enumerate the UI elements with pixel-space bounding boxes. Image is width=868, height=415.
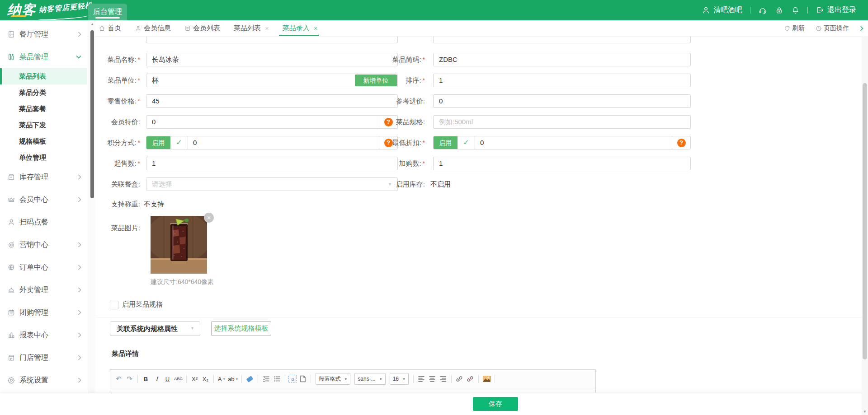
close-tab-icon[interactable]: × (314, 24, 318, 32)
scrollbar-thumb[interactable] (90, 30, 94, 198)
caret-down-icon: ▼ (190, 322, 194, 336)
dish-image-thumbnail[interactable] (151, 216, 207, 274)
sidebar-item-settings[interactable]: 系统设置 (0, 369, 87, 392)
dish-spec-label: 菜品规格: (348, 115, 425, 129)
sidebar-item-member-center[interactable]: 会员中心 (0, 188, 87, 211)
sidebar-item-store-mgmt[interactable]: 门店管理 (0, 346, 87, 369)
sidebar-item-restaurant[interactable]: 餐厅管理 (0, 23, 87, 46)
dish-detail-editor[interactable]: ↶ ↷ B I U ABC X² X₂ A▼ ab▼ (110, 369, 596, 394)
weigh-support-value: 不支持 (144, 197, 164, 211)
clock-icon (816, 25, 822, 32)
tab-member-list[interactable]: 会员列表 (184, 20, 220, 36)
points-enable-button[interactable]: 启用 (146, 136, 170, 149)
align-center-icon[interactable] (428, 374, 437, 384)
sidebar-subitem-dish-combo[interactable]: 菜品套餐 (0, 101, 87, 117)
storefront-icon (7, 354, 15, 362)
scroll-up-icon[interactable]: ▲ (89, 22, 95, 26)
inventory-box-icon (7, 173, 15, 181)
undo-icon[interactable]: ↶ (114, 374, 123, 384)
points-check-icon[interactable]: ✓ (170, 136, 188, 149)
subscript-icon[interactable]: X₂ (201, 374, 210, 384)
min-discount-help-icon[interactable]: ? (677, 139, 686, 147)
enable-spec-checkbox[interactable] (110, 301, 118, 309)
superscript-icon[interactable]: X² (190, 374, 199, 384)
enable-spec-label: 启用菜品规格 (122, 299, 163, 310)
close-tab-icon[interactable]: × (265, 24, 269, 32)
align-left-icon[interactable] (417, 374, 426, 384)
remove-image-icon[interactable]: × (204, 213, 214, 223)
sidebar-subitem-dish-category[interactable]: 菜品分类 (0, 84, 87, 101)
align-right-icon[interactable] (439, 374, 448, 384)
tab-dish-entry[interactable]: 菜品录入 × (283, 20, 318, 36)
slogan-underline (38, 14, 89, 21)
sidebar-subitem-dish-dispatch[interactable]: 菜品下发 (0, 117, 87, 133)
add-qty-input[interactable]: 1 (433, 157, 691, 170)
font-color-icon[interactable]: A▼ (217, 374, 226, 384)
sidebar-subitem-dish-list[interactable]: 菜品列表 (0, 68, 87, 84)
link-icon[interactable] (455, 374, 464, 384)
italic-icon[interactable]: I (152, 374, 161, 384)
topnav-backend-tab[interactable]: 后台管理 (88, 4, 127, 20)
underline-icon[interactable]: U (163, 374, 172, 384)
bold-icon[interactable]: B (141, 374, 151, 384)
gear-icon (7, 376, 15, 384)
lock-icon[interactable] (775, 6, 783, 15)
sidebar-item-marketing[interactable]: 营销中心 (0, 233, 87, 256)
chevron-right-icon[interactable] (860, 26, 863, 31)
sidebar-item-dish-mgmt[interactable]: 菜品管理 (0, 46, 87, 68)
sidebar-item-order-center[interactable]: 订单中心 (0, 256, 87, 279)
font-family-select[interactable]: sans-...▼ (354, 373, 385, 385)
highlight-icon[interactable]: ab▼ (228, 374, 238, 384)
eraser-icon[interactable] (245, 374, 255, 384)
save-button[interactable]: 保存 (473, 397, 518, 411)
dish-detail-title: 菜品详情 (112, 350, 139, 358)
spec-attr-select[interactable]: 关联系统内规格属性 ▼ (110, 321, 200, 336)
sidebar-item-takeout[interactable]: 外卖管理 (0, 279, 87, 301)
scroll-down-icon[interactable]: ▼ (862, 410, 868, 414)
logo-accent (10, 15, 27, 17)
source-page-icon[interactable] (298, 374, 307, 384)
chevron-right-icon (78, 287, 81, 293)
tab-member-info[interactable]: 会员信息 (135, 20, 171, 36)
dish-spec-input[interactable]: 例如:500ml (433, 115, 691, 129)
min-discount-input[interactable]: 启用 ✓ 0 ? (433, 136, 691, 149)
tab-dish-list[interactable]: 菜品列表 × (234, 20, 269, 36)
page-actions-button[interactable]: 页面操作 (816, 24, 849, 33)
anchor-icon[interactable]: a (288, 375, 297, 383)
bar-chart-icon (7, 331, 15, 339)
sidebar-item-reports[interactable]: 报表中心 (0, 324, 87, 346)
discount-enable-button[interactable]: 启用 (434, 136, 458, 149)
refresh-button[interactable]: 刷新 (784, 24, 805, 33)
bell-icon[interactable] (791, 6, 800, 15)
account-menu[interactable]: 清吧酒吧 (702, 5, 742, 15)
logout-button[interactable]: 退出登录 (816, 5, 856, 15)
dish-menu-icon (7, 53, 15, 61)
font-size-select[interactable]: 16▼ (390, 373, 409, 385)
scrollbar-thumb[interactable] (863, 83, 867, 359)
unordered-list-icon[interactable] (272, 374, 282, 384)
insert-image-icon[interactable] (482, 374, 491, 384)
support-headset-icon[interactable] (758, 6, 767, 15)
logo-slogan: 纳客管店更轻松 (38, 1, 93, 15)
help-divider: ? (672, 136, 690, 149)
sidebar-scrollbar[interactable]: ▲ ▼ (89, 20, 95, 415)
unlink-icon[interactable] (466, 374, 475, 384)
sidebar-item-inventory[interactable]: 库存管理 (0, 166, 87, 188)
window-scrollbar[interactable]: ▼ (862, 36, 868, 415)
reference-cost-input[interactable]: 0 (433, 94, 691, 108)
paragraph-format-select[interactable]: 段落格式▼ (316, 373, 350, 385)
tab-home[interactable]: 首页 (99, 20, 121, 36)
sidebar-subitem-unit-mgmt[interactable]: 单位管理 (0, 149, 87, 166)
min-discount-label: 最低折扣:* (348, 136, 425, 149)
redo-icon[interactable]: ↷ (125, 374, 134, 384)
ordered-list-icon[interactable] (261, 374, 271, 384)
sidebar-item-groupbuy[interactable]: 团购管理 (0, 301, 87, 324)
strikethrough-icon[interactable]: ABC (174, 374, 183, 384)
discount-check-icon[interactable]: ✓ (458, 136, 475, 149)
app-window: 菜品名称:* 长岛冰茶 菜品简码:* ZDBC 菜品单位:* 杯 新增单位 排序… (0, 0, 868, 415)
dish-code-input[interactable]: ZDBC (433, 53, 691, 66)
sidebar-item-scan-order[interactable]: 扫码点餐 (0, 211, 87, 233)
sort-input[interactable]: 1 (433, 74, 691, 87)
spec-template-button[interactable]: 选择系统规格模板 (211, 321, 271, 336)
sidebar-subitem-spec-template[interactable]: 规格模板 (0, 133, 87, 149)
